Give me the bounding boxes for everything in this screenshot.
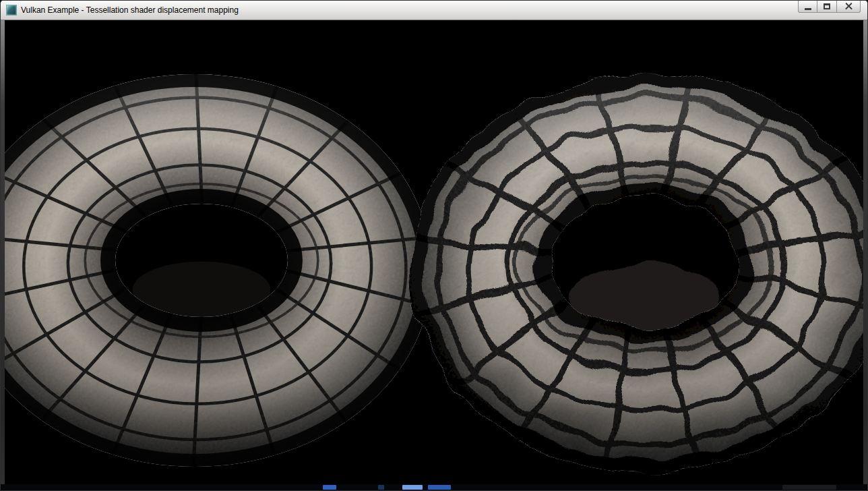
window-title: Vulkan Example - Tessellation shader dis… — [21, 5, 239, 15]
3d-scene — [1, 20, 867, 484]
minimize-icon — [805, 8, 811, 10]
taskbar-item[interactable] — [402, 485, 423, 490]
app-icon — [6, 5, 17, 16]
stone-torus-right — [410, 74, 867, 471]
taskbar-item[interactable] — [428, 485, 451, 490]
taskbar-item[interactable] — [378, 485, 384, 490]
render-viewport[interactable] — [1, 20, 867, 484]
taskbar-item[interactable] — [782, 485, 836, 490]
window-controls — [798, 1, 861, 13]
minimize-button[interactable] — [798, 1, 817, 13]
window-border-right — [863, 20, 867, 484]
titlebar[interactable]: Vulkan Example - Tessellation shader dis… — [1, 1, 867, 20]
close-button[interactable] — [837, 1, 861, 13]
taskbar-sliver[interactable] — [1, 484, 867, 490]
maximize-icon — [824, 3, 830, 9]
stone-torus-left — [1, 74, 432, 467]
window-border-left — [1, 20, 5, 484]
close-icon — [845, 3, 852, 10]
taskbar-item[interactable] — [323, 485, 336, 490]
app-window: Vulkan Example - Tessellation shader dis… — [0, 0, 868, 491]
maximize-button[interactable] — [817, 1, 837, 13]
